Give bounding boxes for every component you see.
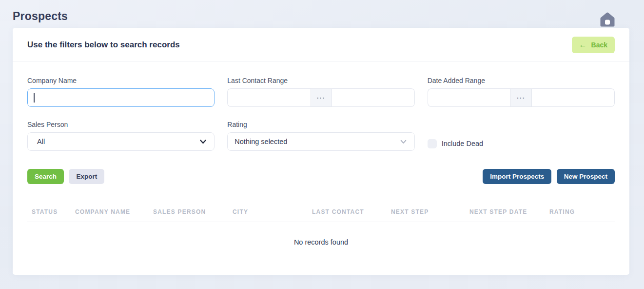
filters-card: Use the filters below to search records …: [13, 28, 629, 275]
text-caret: [34, 93, 35, 103]
last-contact-from-input[interactable]: [227, 88, 310, 107]
chevron-down-icon: [400, 140, 407, 144]
include-dead-label: Include Dead: [442, 139, 483, 148]
home-button[interactable]: [600, 12, 615, 27]
home-icon: [600, 12, 615, 27]
rating-select[interactable]: Nothing selected: [227, 132, 414, 151]
column-header-rating[interactable]: RATING: [545, 208, 615, 215]
back-button-label: Back: [591, 41, 607, 49]
column-header-sales-person[interactable]: SALES PERSON: [149, 208, 228, 215]
rating-label: Rating: [227, 120, 414, 129]
column-header-next-step[interactable]: NEXT STEP: [387, 208, 465, 215]
date-added-to-input[interactable]: [532, 88, 615, 107]
export-button[interactable]: Export: [69, 169, 104, 184]
last-contact-to-input[interactable]: [332, 88, 415, 107]
page-title: Prospects: [13, 10, 644, 23]
date-added-range-field: Date Added Range ...: [428, 76, 615, 107]
card-heading: Use the filters below to search records: [27, 40, 180, 50]
back-arrow-icon: ←: [579, 41, 587, 49]
company-name-input[interactable]: [27, 88, 215, 107]
company-name-field: Company Name: [27, 76, 215, 107]
last-contact-range-field: Last Contact Range ...: [227, 76, 414, 107]
column-header-company-name[interactable]: COMPANY NAME: [71, 208, 149, 215]
company-name-label: Company Name: [27, 76, 215, 85]
last-contact-range-picker-button[interactable]: ...: [311, 88, 332, 107]
search-button[interactable]: Search: [27, 169, 64, 184]
back-button[interactable]: ← Back: [572, 37, 615, 53]
include-dead-field: Include Dead: [428, 134, 615, 153]
sales-person-label: Sales Person: [27, 120, 215, 129]
table-header-row: STATUSCOMPANY NAMESALES PERSONCITYLAST C…: [27, 208, 615, 222]
column-header-next-step-date[interactable]: NEXT STEP DATE: [465, 208, 545, 215]
last-contact-range-label: Last Contact Range: [227, 76, 414, 85]
date-added-range-label: Date Added Range: [428, 76, 615, 85]
column-header-last-contact[interactable]: LAST CONTACT: [308, 208, 387, 215]
card-body: Company Name Last Contact Range ... Date…: [13, 62, 629, 246]
new-prospect-button[interactable]: New Prospect: [557, 169, 615, 184]
sales-person-select[interactable]: All: [27, 132, 215, 151]
import-prospects-button[interactable]: Import Prospects: [483, 169, 551, 184]
rating-field: Rating Nothing selected: [227, 120, 414, 153]
sales-person-field: Sales Person All: [27, 120, 215, 153]
actions-row: Search Export Import Prospects New Prosp…: [27, 169, 615, 184]
date-added-range-picker-button[interactable]: ...: [510, 88, 532, 107]
date-added-from-input[interactable]: [428, 88, 510, 107]
sales-person-selected-value: All: [37, 138, 45, 145]
include-dead-checkbox[interactable]: [428, 139, 437, 148]
column-header-city[interactable]: CITY: [228, 208, 308, 215]
topbar: Prospects: [0, 0, 644, 28]
prospects-table: STATUSCOMPANY NAMESALES PERSONCITYLAST C…: [27, 208, 615, 246]
chevron-down-icon: [200, 140, 206, 144]
empty-message: No records found: [27, 222, 615, 246]
card-header: Use the filters below to search records …: [13, 28, 629, 62]
rating-selected-value: Nothing selected: [234, 138, 287, 145]
column-header-status[interactable]: STATUS: [27, 208, 71, 215]
